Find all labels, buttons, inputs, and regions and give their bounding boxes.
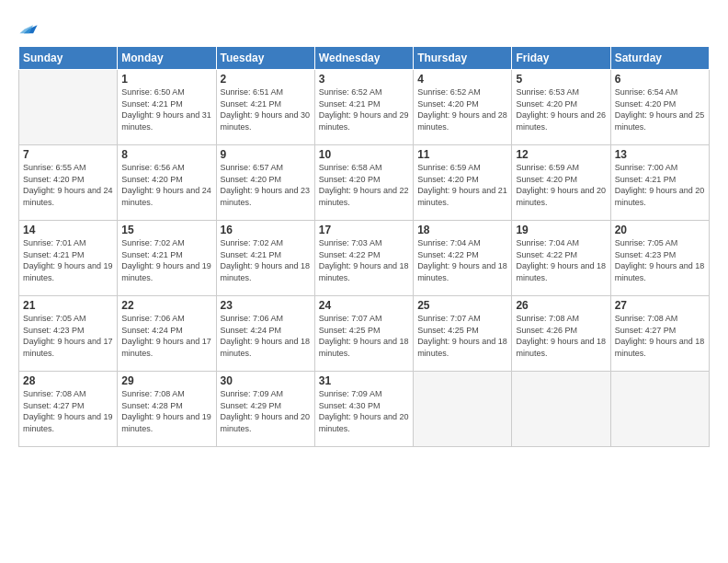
day-number: 8 xyxy=(121,148,211,161)
day-cell-7: 7Sunrise: 6:55 AMSunset: 4:20 PMDaylight… xyxy=(19,145,118,221)
day-cell-22: 22Sunrise: 7:06 AMSunset: 4:24 PMDayligh… xyxy=(118,296,216,372)
day-info: Sunrise: 6:58 AMSunset: 4:20 PMDaylight:… xyxy=(319,162,409,208)
day-cell-3: 3Sunrise: 6:52 AMSunset: 4:21 PMDaylight… xyxy=(314,70,413,145)
day-cell-8: 8Sunrise: 6:56 AMSunset: 4:20 PMDaylight… xyxy=(118,145,216,221)
day-cell-29: 29Sunrise: 7:08 AMSunset: 4:28 PMDayligh… xyxy=(118,372,216,447)
weekday-header-saturday: Saturday xyxy=(610,47,709,70)
day-cell-9: 9Sunrise: 6:57 AMSunset: 4:20 PMDaylight… xyxy=(216,145,314,221)
day-cell-30: 30Sunrise: 7:09 AMSunset: 4:29 PMDayligh… xyxy=(216,372,314,447)
empty-cell xyxy=(19,70,118,145)
day-cell-25: 25Sunrise: 7:07 AMSunset: 4:25 PMDayligh… xyxy=(414,296,512,372)
week-row-2: 7Sunrise: 6:55 AMSunset: 4:20 PMDaylight… xyxy=(19,145,710,221)
empty-cell xyxy=(610,372,709,447)
weekday-header-friday: Friday xyxy=(512,47,610,70)
day-cell-4: 4Sunrise: 6:52 AMSunset: 4:20 PMDaylight… xyxy=(414,70,512,145)
day-number: 25 xyxy=(417,299,507,312)
weekday-header-thursday: Thursday xyxy=(414,47,512,70)
day-number: 17 xyxy=(319,224,409,236)
day-number: 10 xyxy=(319,148,409,161)
weekday-header-sunday: Sunday xyxy=(19,47,118,70)
day-cell-6: 6Sunrise: 6:54 AMSunset: 4:20 PMDaylight… xyxy=(610,70,709,145)
day-cell-16: 16Sunrise: 7:02 AMSunset: 4:21 PMDayligh… xyxy=(216,221,314,296)
day-cell-5: 5Sunrise: 6:53 AMSunset: 4:20 PMDaylight… xyxy=(512,70,610,145)
day-info: Sunrise: 7:04 AMSunset: 4:22 PMDaylight:… xyxy=(417,237,507,283)
day-info: Sunrise: 6:50 AMSunset: 4:21 PMDaylight:… xyxy=(121,86,211,132)
day-cell-26: 26Sunrise: 7:08 AMSunset: 4:26 PMDayligh… xyxy=(512,296,610,372)
page: SundayMondayTuesdayWednesdayThursdayFrid… xyxy=(0,0,728,563)
day-info: Sunrise: 7:08 AMSunset: 4:27 PMDaylight:… xyxy=(23,388,113,434)
day-number: 21 xyxy=(23,299,113,312)
week-row-4: 21Sunrise: 7:05 AMSunset: 4:23 PMDayligh… xyxy=(19,296,710,372)
day-number: 12 xyxy=(516,148,606,161)
day-info: Sunrise: 7:04 AMSunset: 4:22 PMDaylight:… xyxy=(516,237,606,283)
logo xyxy=(18,17,42,39)
weekday-header-row: SundayMondayTuesdayWednesdayThursdayFrid… xyxy=(19,47,710,70)
day-info: Sunrise: 6:52 AMSunset: 4:20 PMDaylight:… xyxy=(417,86,507,132)
weekday-header-tuesday: Tuesday xyxy=(216,47,314,70)
day-info: Sunrise: 6:57 AMSunset: 4:20 PMDaylight:… xyxy=(221,162,311,208)
day-number: 29 xyxy=(121,374,211,387)
day-info: Sunrise: 7:00 AMSunset: 4:21 PMDaylight:… xyxy=(615,162,705,208)
day-info: Sunrise: 6:51 AMSunset: 4:21 PMDaylight:… xyxy=(221,86,311,132)
day-cell-1: 1Sunrise: 6:50 AMSunset: 4:21 PMDaylight… xyxy=(118,70,216,145)
day-cell-28: 28Sunrise: 7:08 AMSunset: 4:27 PMDayligh… xyxy=(19,372,118,447)
day-cell-2: 2Sunrise: 6:51 AMSunset: 4:21 PMDaylight… xyxy=(216,70,314,145)
day-number: 9 xyxy=(221,148,311,161)
day-cell-14: 14Sunrise: 7:01 AMSunset: 4:21 PMDayligh… xyxy=(19,221,118,296)
day-info: Sunrise: 7:09 AMSunset: 4:29 PMDaylight:… xyxy=(221,388,311,434)
day-cell-27: 27Sunrise: 7:08 AMSunset: 4:27 PMDayligh… xyxy=(610,296,709,372)
day-cell-23: 23Sunrise: 7:06 AMSunset: 4:24 PMDayligh… xyxy=(216,296,314,372)
day-info: Sunrise: 7:07 AMSunset: 4:25 PMDaylight:… xyxy=(319,313,409,359)
empty-cell xyxy=(512,372,610,447)
day-info: Sunrise: 7:07 AMSunset: 4:25 PMDaylight:… xyxy=(417,313,507,359)
day-info: Sunrise: 7:08 AMSunset: 4:26 PMDaylight:… xyxy=(516,313,606,359)
day-number: 11 xyxy=(417,148,507,161)
day-number: 24 xyxy=(319,299,409,312)
weekday-header-monday: Monday xyxy=(118,47,216,70)
day-cell-11: 11Sunrise: 6:59 AMSunset: 4:20 PMDayligh… xyxy=(414,145,512,221)
day-number: 3 xyxy=(319,73,409,86)
calendar: SundayMondayTuesdayWednesdayThursdayFrid… xyxy=(18,46,710,447)
day-number: 30 xyxy=(221,374,311,387)
day-number: 14 xyxy=(23,224,113,236)
day-number: 7 xyxy=(23,148,113,161)
day-number: 1 xyxy=(121,73,211,86)
day-info: Sunrise: 7:09 AMSunset: 4:30 PMDaylight:… xyxy=(319,388,409,434)
day-info: Sunrise: 7:08 AMSunset: 4:27 PMDaylight:… xyxy=(615,313,705,359)
day-info: Sunrise: 7:02 AMSunset: 4:21 PMDaylight:… xyxy=(221,237,311,283)
day-cell-13: 13Sunrise: 7:00 AMSunset: 4:21 PMDayligh… xyxy=(610,145,709,221)
day-number: 28 xyxy=(23,374,113,387)
day-number: 23 xyxy=(221,299,311,312)
day-info: Sunrise: 6:52 AMSunset: 4:21 PMDaylight:… xyxy=(319,86,409,132)
day-info: Sunrise: 6:59 AMSunset: 4:20 PMDaylight:… xyxy=(417,162,507,208)
day-info: Sunrise: 7:05 AMSunset: 4:23 PMDaylight:… xyxy=(23,313,113,359)
day-info: Sunrise: 7:03 AMSunset: 4:22 PMDaylight:… xyxy=(319,237,409,283)
day-info: Sunrise: 7:05 AMSunset: 4:23 PMDaylight:… xyxy=(615,237,705,283)
empty-cell xyxy=(414,372,512,447)
day-number: 20 xyxy=(615,224,705,236)
day-cell-20: 20Sunrise: 7:05 AMSunset: 4:23 PMDayligh… xyxy=(610,221,709,296)
day-cell-31: 31Sunrise: 7:09 AMSunset: 4:30 PMDayligh… xyxy=(314,372,413,447)
day-info: Sunrise: 6:53 AMSunset: 4:20 PMDaylight:… xyxy=(516,86,606,132)
day-cell-17: 17Sunrise: 7:03 AMSunset: 4:22 PMDayligh… xyxy=(314,221,413,296)
day-number: 26 xyxy=(516,299,606,312)
day-info: Sunrise: 7:06 AMSunset: 4:24 PMDaylight:… xyxy=(121,313,211,359)
day-number: 15 xyxy=(121,224,211,236)
day-number: 22 xyxy=(121,299,211,312)
day-number: 16 xyxy=(221,224,311,236)
day-info: Sunrise: 6:54 AMSunset: 4:20 PMDaylight:… xyxy=(615,86,705,132)
day-cell-15: 15Sunrise: 7:02 AMSunset: 4:21 PMDayligh… xyxy=(118,221,216,296)
weekday-header-wednesday: Wednesday xyxy=(314,47,413,70)
day-cell-21: 21Sunrise: 7:05 AMSunset: 4:23 PMDayligh… xyxy=(19,296,118,372)
logo-icon xyxy=(18,18,39,39)
day-info: Sunrise: 6:59 AMSunset: 4:20 PMDaylight:… xyxy=(516,162,606,208)
day-cell-18: 18Sunrise: 7:04 AMSunset: 4:22 PMDayligh… xyxy=(414,221,512,296)
day-info: Sunrise: 6:55 AMSunset: 4:20 PMDaylight:… xyxy=(23,162,113,208)
day-number: 4 xyxy=(417,73,507,86)
day-number: 5 xyxy=(516,73,606,86)
week-row-3: 14Sunrise: 7:01 AMSunset: 4:21 PMDayligh… xyxy=(19,221,710,296)
day-info: Sunrise: 7:08 AMSunset: 4:28 PMDaylight:… xyxy=(121,388,211,434)
week-row-1: 1Sunrise: 6:50 AMSunset: 4:21 PMDaylight… xyxy=(19,70,710,145)
day-cell-19: 19Sunrise: 7:04 AMSunset: 4:22 PMDayligh… xyxy=(512,221,610,296)
day-number: 6 xyxy=(615,73,705,86)
